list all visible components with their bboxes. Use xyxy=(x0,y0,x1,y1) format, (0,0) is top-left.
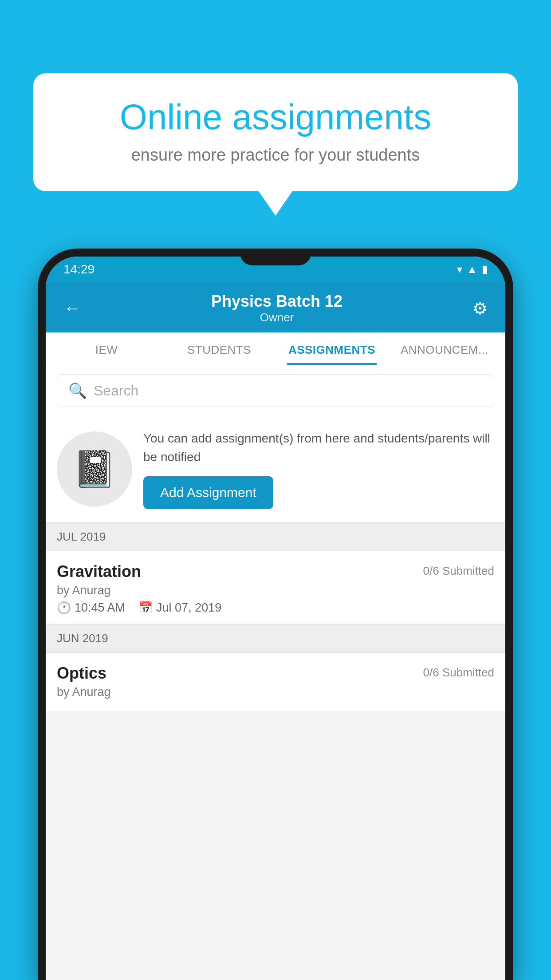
wifi-icon: ▾ xyxy=(457,263,462,276)
battery-icon: ▮ xyxy=(482,263,488,276)
status-icons: ▾ ▲ ▮ xyxy=(457,263,488,276)
section-header-jul: JUL 2019 xyxy=(46,522,505,551)
assignment-submitted-gravitation: 0/6 Submitted xyxy=(423,564,494,578)
phone-notch xyxy=(240,249,311,265)
assignment-name-gravitation: Gravitation xyxy=(57,562,141,581)
speech-bubble-subtitle: ensure more practice for your students xyxy=(62,146,489,165)
search-container: 🔍 Search xyxy=(46,365,505,416)
assignment-by-optics: by Anurag xyxy=(57,685,494,699)
assignment-by-gravitation: by Anurag xyxy=(57,584,494,597)
assignment-datetime-gravitation: 🕐 10:45 AM 📅 Jul 07, 2019 xyxy=(57,601,494,615)
header-center: Physics Batch 12 Owner xyxy=(211,292,342,324)
info-description: You can add assignment(s) from here and … xyxy=(143,429,494,466)
assignment-top-optics: Optics 0/6 Submitted xyxy=(57,664,494,683)
section-header-jun: JUN 2019 xyxy=(46,624,505,653)
tab-students[interactable]: STUDENTS xyxy=(163,332,276,365)
speech-bubble-title: Online assignments xyxy=(62,98,489,137)
signal-icon: ▲ xyxy=(467,263,477,276)
assignment-submitted-optics: 0/6 Submitted xyxy=(423,666,494,680)
search-placeholder: Search xyxy=(94,383,138,399)
assignment-date-value: Jul 07, 2019 xyxy=(156,601,221,615)
assignment-time: 🕐 10:45 AM xyxy=(57,601,125,615)
assignment-time-value: 10:45 AM xyxy=(75,601,125,615)
assignment-name-optics: Optics xyxy=(57,664,106,683)
info-card: 📓 You can add assignment(s) from here an… xyxy=(46,416,505,522)
tabs-bar: IEW STUDENTS ASSIGNMENTS ANNOUNCEM... xyxy=(46,332,505,365)
notebook-icon: 📓 xyxy=(72,448,117,490)
speech-bubble-container: Online assignments ensure more practice … xyxy=(33,73,518,191)
search-icon: 🔍 xyxy=(68,382,87,399)
phone-screen: 14:29 ▾ ▲ ▮ ← Physics Batch 12 Owner ⚙ I… xyxy=(46,257,505,980)
calendar-icon: 📅 xyxy=(138,601,153,615)
tab-assignments[interactable]: ASSIGNMENTS xyxy=(276,332,388,365)
phone-frame: 14:29 ▾ ▲ ▮ ← Physics Batch 12 Owner ⚙ I… xyxy=(38,249,513,980)
app-header: ← Physics Batch 12 Owner ⚙ xyxy=(46,282,505,332)
add-assignment-button[interactable]: Add Assignment xyxy=(143,476,273,509)
settings-icon[interactable]: ⚙ xyxy=(472,299,488,318)
assignment-date: 📅 Jul 07, 2019 xyxy=(138,601,221,615)
assignment-item-gravitation[interactable]: Gravitation 0/6 Submitted by Anurag 🕐 10… xyxy=(46,551,505,624)
speech-bubble: Online assignments ensure more practice … xyxy=(33,73,518,191)
info-text-area: You can add assignment(s) from here and … xyxy=(143,429,494,509)
back-button[interactable]: ← xyxy=(63,298,81,318)
assignment-item-optics[interactable]: Optics 0/6 Submitted by Anurag xyxy=(46,653,505,712)
assignment-top: Gravitation 0/6 Submitted xyxy=(57,562,494,581)
status-time: 14:29 xyxy=(63,262,94,277)
clock-icon: 🕐 xyxy=(57,601,71,615)
tab-announcements[interactable]: ANNOUNCEM... xyxy=(388,332,501,365)
search-bar[interactable]: 🔍 Search xyxy=(57,374,494,407)
tab-iew[interactable]: IEW xyxy=(50,332,163,365)
assignment-icon-circle: 📓 xyxy=(57,431,132,507)
header-title: Physics Batch 12 xyxy=(211,292,342,311)
header-subtitle: Owner xyxy=(211,311,342,324)
